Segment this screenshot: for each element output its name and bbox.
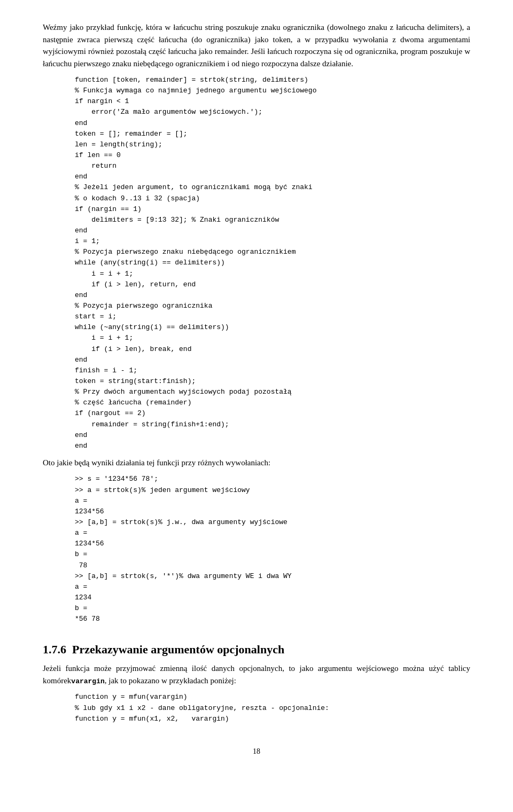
main-content: Weźmy jako przykład funkcję, która w łań…: [43, 21, 470, 724]
section-paragraph: Jeżeli funkcja może przyjmować zmienną i…: [43, 662, 470, 686]
varargin-keyword: varargin: [71, 677, 104, 685]
section-heading: 1.7.6 Przekazywanie argumentów opcjonaln…: [43, 641, 470, 658]
section-title: Przekazywanie argumentów opcjonalnych: [72, 643, 284, 656]
code-block-section: function y = mfun(varargin) % lub gdy x1…: [75, 692, 470, 724]
page-number: 18: [43, 746, 470, 757]
section-number: 1.7.6: [43, 643, 66, 656]
code-block-results: >> s = '1234*56 78'; >> a = strtok(s)% j…: [75, 474, 470, 624]
code-block-main: function [token, remainder] = strtok(str…: [75, 75, 470, 451]
intro-paragraph: Weźmy jako przykład funkcję, która w łań…: [43, 21, 470, 69]
results-intro: Oto jakie będą wyniki działania tej funk…: [43, 457, 470, 469]
